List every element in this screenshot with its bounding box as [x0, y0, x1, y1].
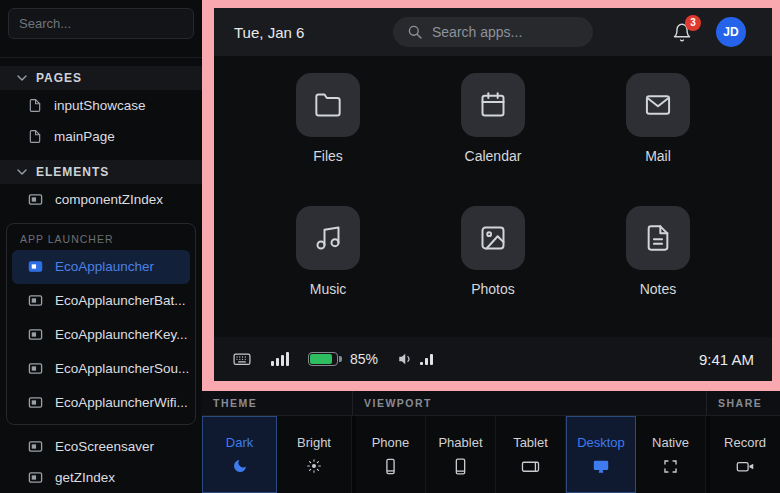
app-mail[interactable]: Mail	[598, 73, 718, 164]
viewport-tablet-button[interactable]: Tablet	[496, 416, 566, 493]
battery-icon	[308, 352, 342, 366]
avatar[interactable]: JD	[716, 17, 746, 47]
app-search	[393, 17, 593, 47]
sidebar-divider	[0, 57, 202, 58]
component-icon	[28, 259, 43, 274]
sidebar: PAGES inputShowcase mainPage ELEMENTS co…	[0, 0, 202, 493]
sidebar-item-EcoApplauncherKey[interactable]: EcoApplauncherKey...	[12, 318, 190, 352]
volume-bars-icon	[420, 354, 433, 365]
sidebar-item-EcoApplauncherSou[interactable]: EcoApplauncherSou...	[12, 352, 190, 386]
component-icon	[28, 293, 43, 308]
notifications-button[interactable]: 3	[672, 22, 692, 43]
sidebar-item-componentZIndex[interactable]: componentZIndex	[0, 184, 202, 215]
topbar-actions: 3 JD	[672, 17, 746, 47]
notes-icon	[626, 206, 690, 270]
date-label: Tue, Jan 6	[234, 24, 304, 41]
app-grid: Files Calendar Mail	[214, 56, 772, 337]
toolbar-buttons: Dark Bright Phone Phablet	[202, 416, 780, 493]
dev-toolbar: THEME VIEWPORT SHARE Dark Bright Phone	[202, 391, 780, 493]
sidebar-item-label: EcoScreensaver	[55, 439, 154, 454]
app-label: Mail	[645, 148, 671, 164]
music-icon	[296, 206, 360, 270]
phone-icon	[382, 458, 399, 475]
app-launcher-group: APP LAUNCHER EcoApplauncher EcoApplaunch…	[6, 223, 196, 425]
folder-icon	[296, 73, 360, 137]
section-label: PAGES	[36, 71, 82, 85]
viewport-button-label: Phablet	[438, 435, 482, 450]
app-files[interactable]: Files	[268, 73, 388, 164]
tablet-icon	[521, 458, 540, 475]
preview-topbar: Tue, Jan 6 3 JD	[214, 8, 772, 56]
group-label: APP LAUNCHER	[7, 224, 195, 250]
sidebar-item-getZIndex[interactable]: getZIndex	[0, 462, 202, 493]
sidebar-item-EcoApplauncherBat[interactable]: EcoApplauncherBat...	[12, 284, 190, 318]
sidebar-item-label: EcoApplauncherWifi...	[55, 395, 188, 410]
volume-indicator[interactable]	[397, 350, 433, 368]
chevron-down-icon	[17, 165, 27, 179]
app-calendar[interactable]: Calendar	[433, 73, 553, 164]
sidebar-section-pages[interactable]: PAGES	[0, 66, 202, 90]
viewport-button-label: Native	[652, 435, 689, 450]
sidebar-item-inputShowcase[interactable]: inputShowcase	[0, 90, 202, 121]
speaker-icon	[397, 350, 415, 368]
viewport-phablet-button[interactable]: Phablet	[426, 416, 496, 493]
theme-dark-button[interactable]: Dark	[202, 416, 277, 493]
sidebar-item-EcoApplauncher[interactable]: EcoApplauncher	[12, 250, 190, 284]
share-record-button[interactable]: Record	[710, 416, 780, 493]
viewport-header: VIEWPORT	[352, 391, 706, 415]
keyboard-icon[interactable]	[232, 349, 252, 369]
sidebar-search	[8, 8, 194, 39]
main-area: Tue, Jan 6 3 JD	[202, 0, 780, 493]
theme-bright-button[interactable]: Bright	[277, 416, 352, 493]
sidebar-item-label: EcoApplauncherKey...	[55, 327, 188, 342]
sun-icon	[306, 458, 322, 474]
video-camera-icon	[736, 458, 755, 475]
search-icon	[407, 24, 423, 40]
moon-icon	[232, 458, 248, 474]
viewport-native-button[interactable]: Native	[636, 416, 706, 493]
sidebar-item-label: inputShowcase	[54, 98, 146, 113]
component-icon	[28, 192, 43, 207]
component-icon	[28, 439, 43, 454]
component-icon	[28, 361, 43, 376]
app-label: Music	[310, 281, 347, 297]
sidebar-item-label: EcoApplauncherSou...	[55, 361, 189, 376]
sidebar-item-label: getZIndex	[55, 470, 115, 485]
sidebar-search-input[interactable]	[8, 8, 194, 39]
sidebar-item-label: EcoApplauncherBat...	[55, 293, 186, 308]
page-icon	[28, 129, 42, 144]
sidebar-item-label: EcoApplauncher	[55, 259, 154, 274]
preview-frame: Tue, Jan 6 3 JD	[202, 0, 780, 391]
component-icon	[28, 327, 43, 342]
sidebar-item-EcoApplauncherWifi[interactable]: EcoApplauncherWifi...	[12, 386, 190, 420]
app-label: Files	[313, 148, 343, 164]
share-header: SHARE	[706, 391, 780, 415]
sidebar-item-mainPage[interactable]: mainPage	[0, 121, 202, 152]
app-search-input[interactable]	[432, 24, 572, 40]
native-fullscreen-icon	[662, 458, 679, 475]
app-launcher-preview: Tue, Jan 6 3 JD	[214, 8, 772, 381]
calendar-icon	[461, 73, 525, 137]
signal-bars-icon	[271, 352, 289, 366]
mail-icon	[626, 73, 690, 137]
sidebar-section-elements[interactable]: ELEMENTS	[0, 160, 202, 184]
app-photos[interactable]: Photos	[433, 206, 553, 297]
theme-button-label: Dark	[226, 435, 253, 450]
app-notes[interactable]: Notes	[598, 206, 718, 297]
component-icon	[28, 395, 43, 410]
photos-icon	[461, 206, 525, 270]
viewport-phone-button[interactable]: Phone	[356, 416, 426, 493]
app-row: Files Calendar Mail	[268, 73, 718, 164]
section-label: ELEMENTS	[36, 165, 109, 179]
clock-label: 9:41 AM	[699, 351, 754, 368]
desktop-icon	[592, 458, 610, 475]
sidebar-item-label: componentZIndex	[55, 192, 163, 207]
app-music[interactable]: Music	[268, 206, 388, 297]
viewport-desktop-button[interactable]: Desktop	[566, 416, 636, 493]
sidebar-item-EcoScreensaver[interactable]: EcoScreensaver	[0, 431, 202, 462]
viewport-button-label: Phone	[372, 435, 410, 450]
notification-badge: 3	[685, 15, 701, 31]
toolbar-headers: THEME VIEWPORT SHARE	[202, 391, 780, 416]
component-icon	[28, 470, 43, 485]
theme-header: THEME	[202, 391, 352, 415]
